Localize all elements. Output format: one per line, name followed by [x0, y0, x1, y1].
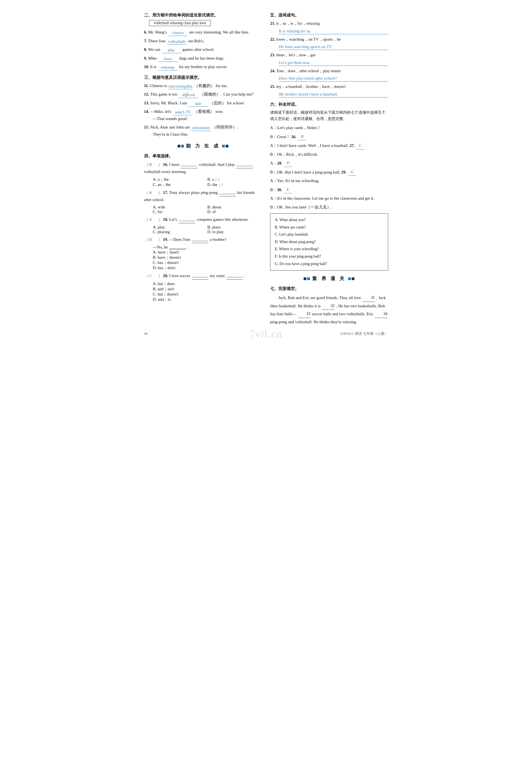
q17-answer: A [149, 189, 157, 196]
cloze-blank-32: 32 [322, 302, 335, 310]
question-23: 23. them，let's，now，get [270, 52, 388, 59]
q21-words: it，us，is，for，relaxing [276, 21, 320, 26]
ability-label: 能 力 生 成 [186, 143, 220, 149]
blank-7: volleyballs [167, 39, 187, 45]
sq4 [226, 145, 228, 147]
q21-num: 21. [270, 21, 275, 26]
q16-answer: B [149, 161, 157, 168]
dialogue: A：Let's play cards，Helen！ B：Great！ 26. B… [270, 124, 388, 211]
quality-section: 素 养 通 关 [270, 275, 388, 282]
option-b: B. Where are cards? [275, 224, 383, 231]
dialogue-line-1: A：Let's play cards，Helen！ [270, 124, 388, 131]
quality-squares-right [348, 277, 354, 280]
question-9: 9. Mike loves dogs and he has three dogs… [144, 55, 262, 62]
option-c: C. Let's play baseball. [275, 231, 383, 238]
blank-19a: ________ [192, 236, 208, 243]
section2-title: 二、用方框中所给单词的适当形式填空。 [144, 13, 262, 18]
option-a: A. What about you? [275, 216, 383, 224]
q18-answer: A [149, 216, 157, 223]
q24-num: 24. [270, 69, 275, 73]
question-6: 6. Mr. Wang's classes are very interesti… [144, 29, 262, 36]
question-7: 7. These four volleyballs are Bob's. [144, 38, 262, 45]
question-20: （ C ） 20. I love soccer ________ my sist… [144, 272, 262, 279]
q19-options: A. have；hasn't [153, 250, 262, 255]
cloze-blank-34: 34 [375, 310, 387, 318]
section6-title: 六、补全对话。 [270, 102, 388, 107]
dialogue-line-8: B：30. E [270, 186, 388, 194]
cloze-passage: Jack, Bob and Eric are good friends. The… [270, 293, 388, 326]
question-11: 11. Chinese is interesting/fun （有趣的） for… [144, 82, 262, 89]
question-14: 14. —Mike, let's watch TV （看电视） now. —Th… [144, 108, 262, 122]
blank-16a: ________ [181, 161, 197, 168]
dialogue-line-3: A：I don't have cards. Well，I have a base… [270, 142, 388, 149]
blank-12: difficult [179, 92, 198, 98]
ability-section: 能 力 生 成 [144, 143, 262, 149]
option-d: D. What about ping-pong? [275, 238, 383, 246]
blank-11: interesting/fun [169, 84, 192, 89]
blank-18: ________ [179, 216, 195, 223]
option-g: G. Do you have a ping-pong ball? [275, 260, 383, 268]
blank-20a: ________ [192, 272, 208, 279]
blank-13: late [189, 101, 208, 107]
dialogue-line-9: A：It's in the classroom. Let me go to th… [270, 195, 388, 202]
cloze-blank-33: 33 [298, 310, 310, 318]
question-8: 8. We can play games after school. [144, 46, 262, 53]
question-10: 10. It is relaxing for my brother to pla… [144, 63, 262, 71]
section5-title: 五、连词成句。 [270, 13, 388, 18]
q25-words: my，a baseball，brother，have，doesn't [276, 84, 346, 89]
question-24: 24. Tom，does，after school，play tennis [270, 68, 388, 75]
sq1 [178, 145, 180, 147]
section7-title: 七、完形填空。 [270, 286, 388, 291]
q23-num: 23. [270, 53, 275, 57]
blank-19b: ________ [169, 245, 186, 250]
qsq3 [348, 277, 351, 280]
word-box: volleyball relaxing class play love [149, 20, 211, 26]
q17-options: A. with B. about [153, 205, 262, 209]
q19-answer: B [149, 236, 157, 243]
q18-options2: C. playing D. to play [153, 229, 262, 234]
dialogue-line-7: A：Yes. It's in my schoolbag. [270, 177, 388, 184]
blank-8: play [162, 47, 181, 53]
dialogue-line-5: A：28. D [270, 159, 388, 167]
quality-label: 素 养 通 关 [312, 275, 346, 282]
q23-words: them，let's，now，get [276, 53, 316, 57]
blank-14: watch TV [173, 110, 192, 115]
blank-29: G [348, 169, 356, 176]
qsq1 [304, 277, 306, 280]
ability-squares-left [178, 145, 184, 147]
q25-answer: My brother doesn't have a baseball. [279, 92, 388, 97]
qsq2 [307, 277, 310, 280]
option-f: F. Is this your ping-pong ball? [275, 253, 383, 260]
question-22: 22. loves，watching，on TV，sports，he [270, 36, 388, 43]
section4-title: 四、单项选择。 [144, 153, 262, 159]
question-19: （ B ） 19. —Does Tom ________ a brother? [144, 236, 262, 243]
blank-26: B [298, 133, 306, 141]
q18-options: A. play B. plays [153, 225, 262, 229]
question-25: 25. my，a baseball，brother，have，doesn't [270, 83, 388, 90]
question-13: 13. Sorry, Mr. Black. I am late （迟的） for… [144, 100, 262, 107]
q16-options2: C. an；the D. the；/ [153, 182, 262, 187]
q22-num: 22. [270, 37, 275, 41]
question-18: （ A ） 18. Let's ________ computer games … [144, 216, 262, 223]
blank-6: classes [168, 30, 187, 36]
section3-title: 三、根据句意及汉语提示填空。 [144, 75, 262, 80]
q20-answer: C [149, 272, 157, 279]
blank-9: loves [158, 56, 178, 62]
q21-answer: It is relaxing for us. [279, 29, 388, 34]
blank-10: relaxing [158, 65, 177, 71]
dialogue-line-2: B：Great！ 26. B [270, 133, 388, 141]
question-12: 12. This game is too difficult （困难的） . C… [144, 91, 262, 98]
blank-17: ________ [219, 189, 236, 196]
sq3 [222, 145, 225, 147]
blank-20b: ________ [226, 272, 243, 279]
footer: 40 23JPXLC·英语 七年级（上册） [144, 331, 388, 336]
q17-options2: C. for D. of [153, 209, 262, 214]
q23-answer: Let's get them now. [279, 60, 388, 66]
dialogue-line-4: B：Oh，Rick，it's difficult. [270, 151, 388, 158]
qsq4 [352, 277, 354, 280]
q22-answer: He loves watching sports on TV. [279, 44, 388, 50]
question-21: 21. it，us，is，for，relaxing [270, 20, 388, 27]
sq2 [181, 145, 184, 147]
blank-27: C [356, 142, 365, 149]
options-box: A. What about you? B. Where are cards? C… [270, 213, 388, 270]
